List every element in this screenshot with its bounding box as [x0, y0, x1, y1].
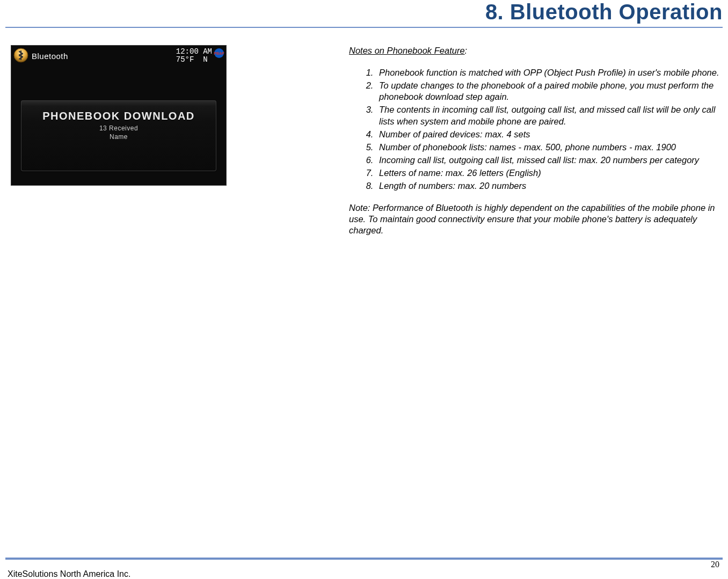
- pbap-badge-label: PBAP: [214, 49, 224, 57]
- list-item: To update changes to the phonebook of a …: [376, 80, 723, 102]
- list-item: Letters of name: max. 26 letters (Englis…: [376, 167, 723, 179]
- list-item: Number of phonebook lists: names - max. …: [376, 142, 723, 153]
- list-item: Length of numbers: max. 20 numbers: [376, 180, 723, 192]
- notes-heading-line: Notes on Phonebook Feature:: [349, 45, 723, 56]
- phonebook-panel-name: Name: [21, 133, 216, 141]
- footer-divider: [5, 558, 723, 560]
- section-title: 8. Bluetooth Operation: [5, 0, 723, 24]
- status-right: 12:00 AM 75°F N PBAP: [176, 47, 224, 64]
- status-left: Bluetooth: [13, 47, 68, 64]
- footer-page-number: 20: [711, 560, 719, 569]
- phonebook-panel-title: PHONEBOOK DOWNLOAD: [21, 110, 216, 122]
- list-item: Number of paired devices: max. 4 sets: [376, 129, 723, 140]
- document-text-column: Notes on Phonebook Feature: Phonebook fu…: [349, 45, 723, 237]
- list-item: The contents in incoming call list, outg…: [376, 104, 723, 127]
- device-body: PHONEBOOK DOWNLOAD 13 Received Name: [11, 64, 226, 171]
- notes-heading-colon: :: [465, 46, 468, 55]
- device-status-bar: Bluetooth 12:00 AM 75°F N PBAP: [11, 46, 226, 64]
- section-header: 8. Bluetooth Operation: [5, 0, 723, 27]
- phonebook-panel-received: 13 Received: [21, 124, 216, 132]
- bluetooth-icon: [13, 48, 28, 64]
- status-time: 12:00 AM: [176, 48, 212, 56]
- status-temp: 75°F: [176, 55, 194, 64]
- list-item: Phonebook function is matched with OPP (…: [376, 67, 723, 78]
- pbap-badge-icon: PBAP: [214, 48, 224, 58]
- device-screenshot: Bluetooth 12:00 AM 75°F N PBAP PHONEBOOK…: [11, 45, 227, 186]
- device-app-title: Bluetooth: [32, 52, 68, 61]
- header-divider: [5, 27, 723, 28]
- status-direction: N: [203, 55, 207, 64]
- footer-company: XiteSolutions North America Inc.: [8, 569, 130, 579]
- phonebook-download-panel: PHONEBOOK DOWNLOAD 13 Received Name: [21, 100, 216, 171]
- list-item: Incoming call list, outgoing call list, …: [376, 155, 723, 166]
- notes-heading: Notes on Phonebook Feature: [349, 46, 465, 55]
- performance-note: Note: Performance of Bluetooth is highly…: [349, 202, 723, 236]
- notes-list: Phonebook function is matched with OPP (…: [349, 67, 723, 192]
